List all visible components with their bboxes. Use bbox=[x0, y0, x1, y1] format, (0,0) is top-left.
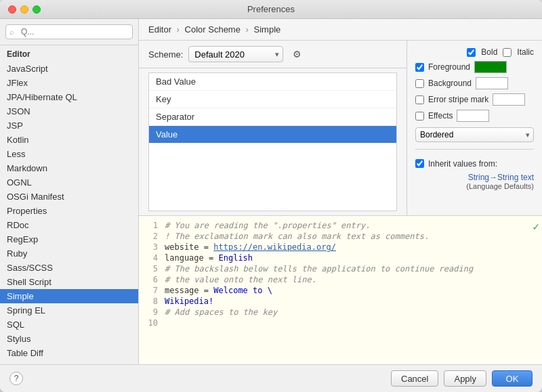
sidebar-section-label: Editor bbox=[0, 45, 138, 62]
search-input[interactable] bbox=[5, 24, 133, 39]
titlebar: Preferences bbox=[0, 0, 542, 19]
preferences-window: Preferences ⌕ Editor JavaScriptJFlexJPA/… bbox=[0, 0, 542, 392]
sidebar-item-sql[interactable]: SQL bbox=[0, 318, 138, 332]
bold-checkbox[interactable] bbox=[467, 48, 476, 57]
code-line: 2! The exclamation mark can also mark te… bbox=[139, 231, 542, 242]
cancel-button[interactable]: Cancel bbox=[391, 370, 438, 387]
code-line: 8 Wikipedia! bbox=[139, 296, 542, 307]
sidebar-item-less[interactable]: Less bbox=[0, 147, 138, 161]
scheme-dropdown-wrap: Default 2020 bbox=[188, 46, 283, 62]
code-line: 6# the value onto the next line. bbox=[139, 274, 542, 285]
sidebar-item-ognl[interactable]: OGNL bbox=[0, 175, 138, 190]
sidebar-item-json[interactable]: JSON bbox=[0, 104, 138, 118]
content-area: Editor › Color Scheme › Simple Scheme: D… bbox=[139, 19, 542, 364]
inherit-link[interactable]: String→String text bbox=[415, 173, 534, 182]
effects-row: Effects bbox=[415, 110, 534, 122]
sidebar-item-spring-el[interactable]: Spring EL bbox=[0, 303, 138, 318]
error-stripe-row: Error stripe mark bbox=[415, 93, 534, 106]
foreground-color-box[interactable] bbox=[474, 61, 507, 73]
divider bbox=[415, 149, 534, 150]
gear-button[interactable]: ⚙ bbox=[289, 46, 305, 62]
background-color-box[interactable] bbox=[476, 77, 508, 89]
effects-color-box[interactable] bbox=[457, 110, 489, 122]
breadcrumb: Editor › Color Scheme › Simple bbox=[139, 19, 542, 41]
ok-button[interactable]: OK bbox=[492, 370, 533, 387]
items-list-item-value[interactable]: Value bbox=[149, 126, 396, 144]
foreground-checkbox[interactable] bbox=[415, 63, 424, 72]
sidebar-item-javascript[interactable]: JavaScript bbox=[0, 62, 138, 76]
code-line: 7message = Welcome to \ bbox=[139, 285, 542, 296]
search-wrap: ⌕ bbox=[5, 24, 133, 39]
window-title: Preferences bbox=[247, 4, 295, 14]
sidebar-item-properties[interactable]: Properties bbox=[0, 204, 138, 218]
error-stripe-checkbox[interactable] bbox=[415, 95, 424, 104]
italic-label: Italic bbox=[517, 47, 534, 57]
background-row: Background bbox=[415, 77, 534, 89]
sidebar: ⌕ Editor JavaScriptJFlexJPA/Hibernate QL… bbox=[0, 19, 139, 364]
footer-left: ? bbox=[9, 372, 23, 385]
bold-italic-row: Bold Italic bbox=[415, 47, 534, 57]
scheme-label: Scheme: bbox=[148, 49, 183, 60]
content-body: Scheme: Default 2020 ⚙ Bad ValueKeySepar… bbox=[139, 41, 542, 215]
minimize-button[interactable] bbox=[20, 5, 28, 14]
error-stripe-color-box[interactable] bbox=[493, 93, 525, 106]
code-line: 10 bbox=[139, 318, 542, 328]
inherit-checkbox[interactable] bbox=[415, 159, 424, 168]
apply-button[interactable]: Apply bbox=[444, 370, 486, 387]
sidebar-item-stylus[interactable]: Stylus bbox=[0, 332, 138, 346]
sidebar-item-shell-script[interactable]: Shell Script bbox=[0, 275, 138, 289]
sidebar-item-sass-scss[interactable]: Sass/SCSS bbox=[0, 261, 138, 275]
code-preview-section: 1# You are reading the ".properties" ent… bbox=[139, 215, 542, 364]
main-layout: ⌕ Editor JavaScriptJFlexJPA/Hibernate QL… bbox=[0, 19, 542, 364]
sidebar-item-markdown[interactable]: Markdown bbox=[0, 161, 138, 175]
items-list-item-separator[interactable]: Separator bbox=[149, 108, 396, 126]
effects-checkbox[interactable] bbox=[415, 112, 424, 121]
sidebar-item-table-diff[interactable]: Table Diff bbox=[0, 346, 138, 360]
breadcrumb-part1: Editor bbox=[148, 24, 171, 35]
items-list-item-bad value[interactable]: Bad Value bbox=[149, 73, 396, 91]
effects-label: Effects bbox=[428, 111, 453, 121]
help-button[interactable]: ? bbox=[9, 372, 23, 385]
inherit-link-area: String→String text (Language Defaults) bbox=[415, 173, 534, 190]
items-list: Bad ValueKeySeparatorValue bbox=[148, 72, 397, 211]
sidebar-list: JavaScriptJFlexJPA/Hibernate QLJSONJSPKo… bbox=[0, 62, 138, 364]
breadcrumb-sep1: › bbox=[177, 24, 180, 35]
search-box: ⌕ bbox=[0, 19, 138, 45]
background-checkbox[interactable] bbox=[415, 79, 424, 88]
sidebar-item-ruby[interactable]: Ruby bbox=[0, 246, 138, 261]
sidebar-item-kotlin[interactable]: Kotlin bbox=[0, 133, 138, 147]
scheme-selector: Scheme: Default 2020 ⚙ bbox=[139, 41, 406, 68]
inherit-row: Inherit values from: bbox=[415, 159, 534, 169]
inherit-sub: (Language Defaults) bbox=[415, 182, 534, 190]
checkmark-icon: ✓ bbox=[533, 220, 539, 233]
window-controls bbox=[8, 5, 41, 14]
items-list-item-key[interactable]: Key bbox=[149, 91, 396, 108]
inherit-label: Inherit values from: bbox=[428, 159, 497, 169]
effects-dropdown[interactable]: Bordered bbox=[415, 127, 534, 142]
sidebar-item-jflex[interactable]: JFlex bbox=[0, 76, 138, 90]
background-label: Background bbox=[428, 79, 472, 88]
footer-right: Cancel Apply OK bbox=[391, 370, 533, 387]
effects-dropdown-wrap: Bordered bbox=[415, 127, 534, 142]
code-line: 3website = https://en.wikipedia.org/ bbox=[139, 242, 542, 253]
sidebar-item-rdoc[interactable]: RDoc bbox=[0, 218, 138, 232]
sidebar-item-osgi-manifest[interactable]: OSGi Manifest bbox=[0, 190, 138, 204]
bold-label: Bold bbox=[481, 47, 497, 57]
close-button[interactable] bbox=[8, 5, 16, 14]
scheme-dropdown[interactable]: Default 2020 bbox=[188, 46, 283, 62]
right-panel: Bold Italic Foreground Background bbox=[406, 41, 542, 215]
sidebar-item-jsp[interactable]: JSP bbox=[0, 118, 138, 133]
code-line: 4language = English bbox=[139, 253, 542, 263]
italic-checkbox[interactable] bbox=[503, 48, 512, 57]
sidebar-item-regexp[interactable]: RegExp bbox=[0, 232, 138, 246]
sidebar-item-simple[interactable]: Simple bbox=[0, 289, 138, 303]
code-line: 9# Add spaces to the key bbox=[139, 307, 542, 318]
search-icon: ⌕ bbox=[9, 28, 14, 36]
footer: ? Cancel Apply OK bbox=[0, 364, 542, 392]
code-line: 1# You are reading the ".properties" ent… bbox=[139, 220, 542, 231]
breadcrumb-sep2: › bbox=[246, 24, 249, 35]
maximize-button[interactable] bbox=[33, 5, 41, 14]
code-line: 5# The backslash below tells the applica… bbox=[139, 263, 542, 274]
sidebar-item-jpa-hibernate-ql[interactable]: JPA/Hibernate QL bbox=[0, 90, 138, 104]
scheme-panel: Scheme: Default 2020 ⚙ Bad ValueKeySepar… bbox=[139, 41, 406, 215]
